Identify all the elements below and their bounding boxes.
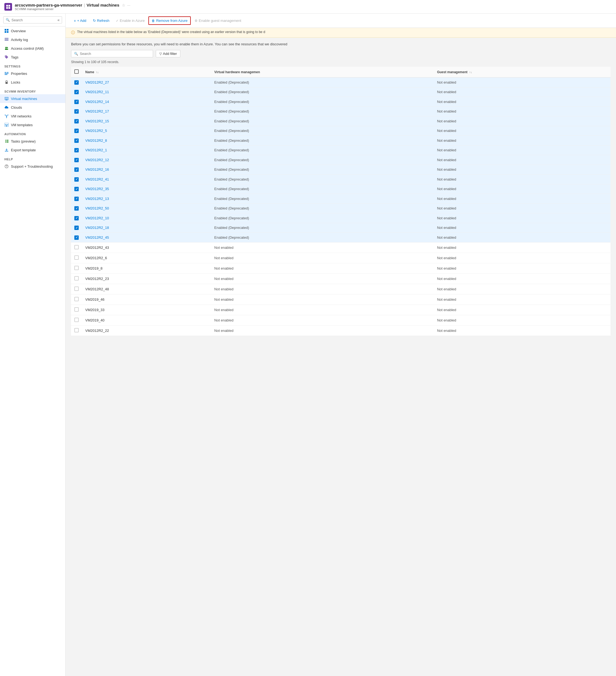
row-checkbox[interactable] (74, 138, 79, 143)
select-all-checkbox[interactable] (74, 69, 79, 74)
row-checkbox[interactable] (74, 245, 79, 249)
collapse-sidebar-button[interactable]: « (57, 18, 60, 22)
row-checkbox[interactable] (74, 286, 79, 291)
sidebar-nav-vm-networks[interactable]: VM networks (0, 112, 65, 120)
row-checkbox-cell[interactable] (71, 325, 82, 336)
row-checkbox[interactable] (74, 256, 79, 260)
row-checkbox-cell[interactable] (71, 204, 82, 213)
row-checkbox[interactable] (74, 235, 79, 240)
sidebar-search-box[interactable]: 🔍 « (3, 16, 62, 23)
row-checkbox[interactable] (74, 206, 79, 211)
row-checkbox-cell[interactable] (71, 233, 82, 242)
row-checkbox-cell[interactable] (71, 165, 82, 174)
row-checkbox[interactable] (74, 196, 79, 201)
row-checkbox[interactable] (74, 109, 79, 114)
row-vm-name[interactable]: VM2012R2_45 (82, 233, 211, 242)
row-checkbox[interactable] (74, 119, 79, 123)
row-checkbox-cell[interactable] (71, 284, 82, 294)
sort-icon-guest[interactable]: ↑↓ (469, 71, 472, 74)
row-vm-name[interactable]: VM2012R2_1 (82, 145, 211, 155)
row-vm-name[interactable]: VM2012R2_16 (82, 165, 211, 174)
row-checkbox[interactable] (74, 216, 79, 220)
row-checkbox-cell[interactable] (71, 304, 82, 315)
row-vm-name[interactable]: VM2012R2_15 (82, 116, 211, 126)
more-options[interactable]: ··· (127, 3, 131, 7)
row-checkbox[interactable] (74, 266, 79, 270)
row-checkbox-cell[interactable] (71, 126, 82, 136)
sidebar-nav-locks[interactable]: Locks (0, 78, 65, 87)
row-vm-name[interactable]: VM2012R2_13 (82, 194, 211, 204)
row-checkbox-cell[interactable] (71, 242, 82, 252)
sidebar-nav-properties[interactable]: Properties (0, 69, 65, 78)
row-vm-name[interactable]: VM2012R2_8 (82, 136, 211, 146)
vm-name-link[interactable]: VM2012R2_1 (85, 148, 107, 152)
row-checkbox[interactable] (74, 100, 79, 104)
sidebar-nav-activity-log[interactable]: Activity log (0, 35, 65, 44)
vm-name-link[interactable]: VM2012R2_41 (85, 177, 109, 181)
row-checkbox[interactable] (74, 307, 79, 312)
row-checkbox-cell[interactable] (71, 77, 82, 88)
row-checkbox-cell[interactable] (71, 174, 82, 184)
vm-name-link[interactable]: VM2012R2_5 (85, 129, 107, 133)
vm-name-link[interactable]: VM2012R2_16 (85, 167, 109, 172)
row-vm-name[interactable]: VM2012R2_17 (82, 107, 211, 116)
row-vm-name[interactable]: VM2012R2_5 (82, 126, 211, 136)
row-checkbox[interactable] (74, 318, 79, 322)
row-vm-name[interactable]: VM2012R2_14 (82, 97, 211, 107)
vm-name-link[interactable]: VM2012R2_14 (85, 100, 109, 104)
refresh-button[interactable]: ↻ Refresh (90, 17, 112, 24)
favorite-star[interactable]: ☆ (122, 3, 125, 7)
col-guest-mgmt[interactable]: Guest management ↑↓ (434, 67, 611, 77)
vm-name-link[interactable]: VM2012R2_11 (85, 90, 109, 94)
row-checkbox-cell[interactable] (71, 97, 82, 107)
vm-name-link[interactable]: VM2012R2_18 (85, 226, 109, 230)
row-vm-name[interactable]: VM2012R2_18 (82, 223, 211, 233)
row-checkbox-cell[interactable] (71, 145, 82, 155)
vm-name-link[interactable]: VM2012R2_35 (85, 187, 109, 191)
row-checkbox[interactable] (74, 80, 79, 85)
row-checkbox-cell[interactable] (71, 263, 82, 273)
vm-name-link[interactable]: VM2012R2_15 (85, 119, 109, 123)
row-checkbox-cell[interactable] (71, 184, 82, 194)
remove-azure-button[interactable]: 🗑 Remove from Azure (148, 16, 191, 25)
row-checkbox[interactable] (74, 328, 79, 332)
row-checkbox-cell[interactable] (71, 294, 82, 304)
add-button[interactable]: + + Add (71, 17, 89, 24)
row-checkbox-cell[interactable] (71, 107, 82, 116)
table-search-box[interactable]: 🔍 (71, 50, 153, 57)
sort-icon[interactable]: ↑↓ (96, 71, 99, 74)
sidebar-nav-export-template[interactable]: Export template (0, 146, 65, 154)
enable-azure-button[interactable]: ✓ Enable in Azure (113, 17, 147, 24)
vm-name-link[interactable]: VM2012R2_10 (85, 216, 109, 220)
row-checkbox[interactable] (74, 158, 79, 162)
select-all-header[interactable] (71, 67, 82, 77)
row-vm-name[interactable]: VM2012R2_11 (82, 87, 211, 97)
row-vm-name[interactable]: VM2012R2_41 (82, 174, 211, 184)
row-checkbox[interactable] (74, 90, 79, 94)
sidebar-nav-vm-templates[interactable]: VM templates (0, 120, 65, 129)
row-checkbox[interactable] (74, 177, 79, 182)
row-checkbox-cell[interactable] (71, 194, 82, 204)
row-vm-name[interactable]: VM2012R2_27 (82, 77, 211, 88)
col-name[interactable]: Name ↑↓ (82, 67, 211, 77)
row-checkbox-cell[interactable] (71, 252, 82, 263)
sidebar-nav-overview[interactable]: Overview (0, 26, 65, 35)
sidebar-nav-tasks[interactable]: Tasks (preview) (0, 137, 65, 146)
row-checkbox-cell[interactable] (71, 223, 82, 233)
vm-name-link[interactable]: VM2012R2_50 (85, 206, 109, 210)
row-vm-name[interactable]: VM2012R2_35 (82, 184, 211, 194)
sidebar-nav-access-control[interactable]: Access control (IAM) (0, 44, 65, 53)
row-checkbox-cell[interactable] (71, 213, 82, 223)
row-checkbox[interactable] (74, 129, 79, 133)
add-filter-button[interactable]: ▽ Add filter (156, 50, 181, 57)
row-checkbox[interactable] (74, 187, 79, 191)
vm-name-link[interactable]: VM2012R2_13 (85, 196, 109, 201)
row-checkbox-cell[interactable] (71, 136, 82, 146)
sidebar-nav-clouds[interactable]: Clouds (0, 103, 65, 112)
enable-guest-button[interactable]: ⚙ Enable guest management (192, 17, 244, 24)
sidebar-nav-tags[interactable]: Tags (0, 53, 65, 61)
sidebar-nav-support[interactable]: Support + Troubleshooting (0, 162, 65, 171)
vm-name-link[interactable]: VM2012R2_27 (85, 80, 109, 84)
row-vm-name[interactable]: VM2012R2_12 (82, 155, 211, 165)
row-checkbox-cell[interactable] (71, 155, 82, 165)
